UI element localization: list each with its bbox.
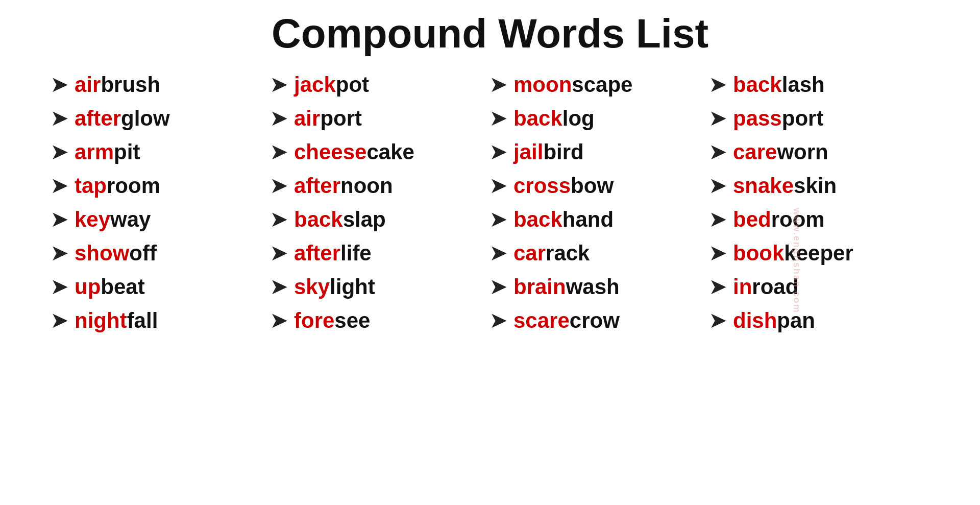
word-part2: pan (777, 308, 815, 333)
word-part1: cross (513, 174, 571, 198)
word-part2: room (107, 174, 160, 198)
arrow-icon: ➤ (709, 276, 726, 298)
word-full: dishpan (733, 308, 815, 333)
list-item: ➤brainwash (490, 275, 709, 299)
list-item: ➤afternoon (271, 174, 490, 198)
arrow-icon: ➤ (490, 276, 506, 298)
list-item: ➤crossbow (490, 174, 709, 198)
arrow-icon: ➤ (271, 208, 287, 231)
word-part2: port (782, 106, 824, 131)
word-part2: wash (566, 275, 620, 299)
word-full: afterglow (75, 106, 170, 131)
word-full: backslap (294, 207, 386, 232)
arrow-icon: ➤ (709, 74, 726, 96)
word-full: jackpot (294, 73, 369, 97)
word-part1: after (294, 174, 340, 198)
arrow-icon: ➤ (490, 309, 506, 332)
word-full: showoff (75, 241, 157, 266)
list-item: ➤backhand (490, 207, 709, 232)
word-part1: back (513, 106, 562, 131)
list-item: ➤backlog (490, 106, 709, 131)
word-part2: log (562, 106, 595, 131)
arrow-icon: ➤ (709, 141, 726, 163)
word-part1: brain (513, 275, 566, 299)
arrow-icon: ➤ (51, 208, 67, 231)
word-full: airport (294, 106, 362, 131)
list-item: ➤backlash (709, 73, 929, 97)
word-full: jailbird (513, 140, 584, 164)
word-part2: light (330, 275, 375, 299)
word-part1: dish (733, 308, 777, 333)
word-part1: care (733, 140, 777, 164)
column-col4: ➤backlash➤passport➤careworn➤snakeskin➤be… (709, 73, 929, 333)
word-part1: tap (75, 174, 107, 198)
word-full: bedroom (733, 207, 825, 232)
word-part2: fall (127, 308, 158, 333)
word-part1: key (75, 207, 110, 232)
list-item: ➤keyway (51, 207, 271, 232)
arrow-icon: ➤ (490, 74, 506, 96)
word-part1: after (75, 106, 121, 131)
list-item: ➤afterlife (271, 241, 490, 266)
word-part2: scape (572, 73, 632, 97)
word-part2: brush (101, 73, 160, 97)
word-full: armpit (75, 140, 140, 164)
word-columns: ➤airbrush➤afterglow➤armpit➤taproom➤keywa… (20, 73, 960, 333)
list-item: ➤airport (271, 106, 490, 131)
list-item: ➤scarecrow (490, 308, 709, 333)
word-part1: back (513, 207, 562, 232)
list-item: ➤taproom (51, 174, 271, 198)
list-item: ➤carrack (490, 241, 709, 266)
word-part2: rack (546, 241, 590, 266)
word-part1: show (75, 241, 129, 266)
word-part1: bed (733, 207, 771, 232)
word-full: upbeat (75, 275, 145, 299)
arrow-icon: ➤ (490, 141, 506, 163)
arrow-icon: ➤ (51, 276, 67, 298)
arrow-icon: ➤ (51, 74, 67, 96)
list-item: ➤moonscape (490, 73, 709, 97)
word-part2: noon (340, 174, 393, 198)
word-part2: skin (794, 174, 837, 198)
word-part2: keeper (784, 241, 853, 266)
word-part2: bow (571, 174, 614, 198)
word-part1: in (733, 275, 752, 299)
word-part2: crow (570, 308, 620, 333)
arrow-icon: ➤ (51, 242, 67, 264)
list-item: ➤snakeskin (709, 174, 929, 198)
word-part2: slap (343, 207, 386, 232)
word-full: inroad (733, 275, 798, 299)
word-part1: up (75, 275, 101, 299)
word-full: keyway (75, 207, 151, 232)
list-item: ➤armpit (51, 140, 271, 164)
list-item: ➤showoff (51, 241, 271, 266)
word-part1: pass (733, 106, 782, 131)
word-full: nightfall (75, 308, 158, 333)
word-part2: glow (121, 106, 170, 131)
column-col3: ➤moonscape➤backlog➤jailbird➤crossbow➤bac… (490, 73, 709, 333)
word-part2: pit (114, 140, 140, 164)
word-full: cheesecake (294, 140, 414, 164)
list-item: ➤skylight (271, 275, 490, 299)
word-part1: jack (294, 73, 336, 97)
word-part1: book (733, 241, 784, 266)
arrow-icon: ➤ (709, 208, 726, 231)
word-full: carrack (513, 241, 590, 266)
word-full: afternoon (294, 174, 393, 198)
arrow-icon: ➤ (490, 107, 506, 130)
word-part1: air (294, 106, 320, 131)
arrow-icon: ➤ (271, 141, 287, 163)
word-part2: way (110, 207, 151, 232)
arrow-icon: ➤ (271, 276, 287, 298)
arrow-icon: ➤ (51, 309, 67, 332)
word-part2: see (334, 308, 370, 333)
word-full: backlog (513, 106, 595, 131)
column-col1: ➤airbrush➤afterglow➤armpit➤taproom➤keywa… (51, 73, 271, 333)
word-part2: off (129, 241, 157, 266)
word-part1: sky (294, 275, 330, 299)
word-full: afterlife (294, 241, 372, 266)
word-full: snakeskin (733, 174, 837, 198)
list-item: ➤inroad (709, 275, 929, 299)
word-full: passport (733, 106, 823, 131)
list-item: ➤backslap (271, 207, 490, 232)
